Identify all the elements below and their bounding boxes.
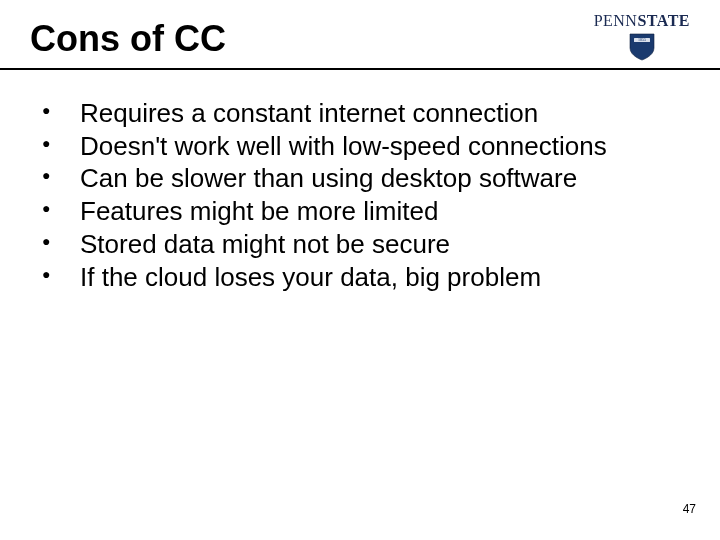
page-number: 47 [683, 502, 696, 516]
pennstate-logo: PENNSTATE 1855 [594, 12, 690, 62]
shield-icon: 1855 [628, 32, 656, 62]
list-item: If the cloud loses your data, big proble… [30, 262, 690, 294]
slide-title: Cons of CC [30, 18, 226, 60]
bullet-list: Requires a constant internet connection … [30, 98, 690, 293]
list-item: Doesn't work well with low-speed connect… [30, 131, 690, 163]
svg-text:1855: 1855 [638, 37, 646, 42]
pennstate-wordmark: PENNSTATE [594, 12, 690, 30]
list-item: Requires a constant internet connection [30, 98, 690, 130]
slide-body: Requires a constant internet connection … [0, 70, 720, 293]
slide-header: Cons of CC PENNSTATE 1855 [0, 0, 720, 70]
list-item: Features might be more limited [30, 196, 690, 228]
list-item: Can be slower than using desktop softwar… [30, 163, 690, 195]
list-item: Stored data might not be secure [30, 229, 690, 261]
